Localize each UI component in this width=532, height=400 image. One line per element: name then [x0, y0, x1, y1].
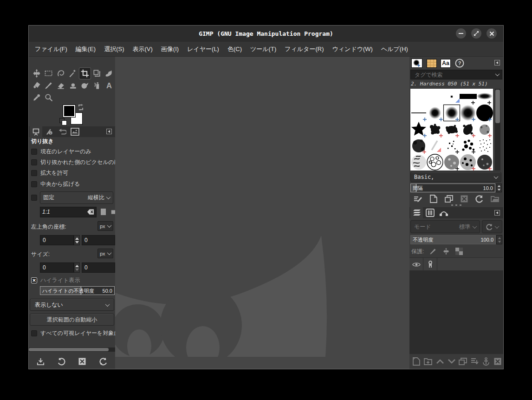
menu-filters[interactable]: フィルター(R): [280, 42, 328, 56]
new-layer-button[interactable]: [411, 356, 421, 366]
open-brush-as-image-button[interactable]: [490, 194, 500, 203]
delete-brush-button[interactable]: [460, 194, 469, 203]
spin-down-icon[interactable]: [75, 241, 79, 243]
foreground-color-swatch[interactable]: [63, 105, 75, 117]
swap-colors-button[interactable]: [77, 104, 84, 113]
tab-paths[interactable]: [437, 207, 450, 218]
tool-options-hscrollbar[interactable]: [29, 348, 115, 352]
spin-down-icon[interactable]: [498, 241, 500, 243]
duplicate-layer-button[interactable]: [458, 356, 467, 366]
new-brush-button[interactable]: [429, 194, 438, 203]
spin-down-icon[interactable]: [497, 189, 500, 191]
minimize-button[interactable]: [456, 28, 466, 39]
tool-eraser[interactable]: [55, 80, 66, 91]
save-tool-preset-button[interactable]: [35, 356, 45, 367]
position-spinner[interactable]: [74, 235, 80, 245]
tool-color-picker[interactable]: [31, 92, 42, 103]
tool-airbrush[interactable]: [91, 80, 103, 91]
position-x-input[interactable]: 0: [40, 235, 74, 245]
tool-warp-transform[interactable]: [104, 68, 115, 79]
tool-clone[interactable]: [67, 80, 78, 91]
hscrollbar-thumb[interactable]: [29, 348, 109, 351]
checkbox-icon[interactable]: [31, 149, 37, 155]
tool-crop[interactable]: [79, 68, 91, 79]
layer-mode-switch-button[interactable]: [482, 220, 502, 233]
opacity-spinner[interactable]: [496, 235, 502, 244]
lock-pixels-button[interactable]: [428, 247, 439, 256]
brushes-tab-menu-button[interactable]: [494, 59, 500, 66]
tool-options-tab-menu-button[interactable]: [106, 128, 112, 135]
new-layer-group-button[interactable]: [423, 356, 433, 366]
menu-select[interactable]: 選択(S): [100, 42, 128, 56]
image-canvas[interactable]: [115, 57, 409, 369]
maximize-button[interactable]: [471, 28, 481, 39]
size-unit-select[interactable]: px: [97, 249, 113, 258]
menu-image[interactable]: 画像(I): [157, 42, 183, 56]
tab-document-history[interactable]: ?: [453, 58, 466, 69]
tool-rectangle-select[interactable]: [43, 68, 54, 79]
delete-layer-button[interactable]: [493, 356, 502, 366]
spin-up-icon[interactable]: [497, 185, 500, 187]
tool-paintbrush[interactable]: [43, 80, 54, 91]
option-delete-cropped-pixels[interactable]: 切り抜かれた側のピクセルの削除: [29, 157, 115, 167]
clear-input-icon[interactable]: [87, 209, 94, 215]
position-unit-select[interactable]: px: [97, 221, 113, 231]
tab-images[interactable]: [69, 126, 81, 137]
checkbox-icon[interactable]: [31, 181, 37, 187]
portrait-orientation-button[interactable]: [99, 207, 107, 217]
tab-layers[interactable]: [410, 207, 423, 218]
tool-bucket-fill[interactable]: [31, 80, 42, 91]
menu-tools[interactable]: ツール(T): [246, 42, 280, 56]
menu-help[interactable]: ヘルプ(H): [377, 42, 412, 56]
fixed-checkbox[interactable]: [31, 195, 37, 201]
restore-tool-preset-button[interactable]: [56, 356, 66, 367]
titlebar[interactable]: GIMP (GNU Image Manipulation Program): [29, 26, 503, 42]
option-current-layer-only[interactable]: 現在のレイヤーのみ: [29, 147, 115, 156]
tool-move[interactable]: [31, 68, 42, 79]
auto-shrink-button[interactable]: 選択範囲の自動縮小: [30, 314, 114, 326]
lock-alpha-button[interactable]: [454, 247, 465, 256]
spin-up-icon[interactable]: [498, 237, 500, 239]
layer-list[interactable]: [409, 270, 503, 354]
option-allow-growing[interactable]: 拡大を許可: [29, 168, 115, 177]
dock-resize-handle[interactable]: [451, 204, 461, 206]
tool-fuzzy-select[interactable]: [67, 68, 78, 79]
tab-undo-history[interactable]: [56, 126, 68, 137]
visibility-column-header[interactable]: [409, 258, 423, 271]
merge-down-button[interactable]: [469, 356, 479, 366]
close-button[interactable]: [487, 28, 497, 39]
spacing-spinner[interactable]: [496, 184, 502, 192]
brush-spacing-slider[interactable]: 間隔 10.0: [410, 184, 495, 192]
brush-tag-filter-select[interactable]: Basic,: [410, 172, 501, 182]
brush-grid-scrollbar[interactable]: [495, 89, 500, 170]
brush-search-field[interactable]: [410, 70, 502, 79]
option-expand-from-center[interactable]: 中央から拡げる: [29, 179, 115, 189]
tool-unified-transform[interactable]: [91, 68, 103, 79]
tool-smudge[interactable]: [79, 80, 91, 91]
edit-brush-button[interactable]: [413, 194, 422, 203]
checkbox-icon[interactable]: [31, 330, 37, 336]
reset-tool-options-button[interactable]: [98, 356, 109, 367]
duplicate-brush-button[interactable]: [444, 194, 454, 203]
size-width-input[interactable]: 0: [40, 262, 74, 273]
position-y-input[interactable]: 0: [82, 235, 115, 245]
tab-brushes[interactable]: [410, 58, 423, 69]
tool-zoom[interactable]: [43, 92, 54, 103]
anchor-layer-button[interactable]: [481, 356, 491, 366]
option-highlight[interactable]: ハイライト表示: [29, 275, 115, 285]
raise-layer-button[interactable]: [435, 356, 445, 366]
menu-view[interactable]: 表示(V): [129, 42, 157, 56]
refresh-brushes-button[interactable]: [475, 194, 484, 203]
menu-colors[interactable]: 色(C): [223, 42, 246, 56]
vscrollbar-thumb[interactable]: [495, 90, 500, 123]
spin-up-icon[interactable]: [75, 265, 79, 267]
delete-tool-preset-button[interactable]: [77, 356, 87, 367]
tab-channels[interactable]: [424, 207, 436, 218]
fixed-mode-select[interactable]: 固定 縦横比: [40, 191, 113, 204]
tool-text[interactable]: A: [104, 80, 115, 91]
lower-layer-button[interactable]: [447, 356, 456, 366]
checkbox-icon[interactable]: [31, 159, 37, 165]
brush-grid[interactable]: [410, 89, 493, 170]
link-column-header[interactable]: [423, 258, 437, 271]
menu-windows[interactable]: ウィンドウ(W): [328, 42, 376, 56]
